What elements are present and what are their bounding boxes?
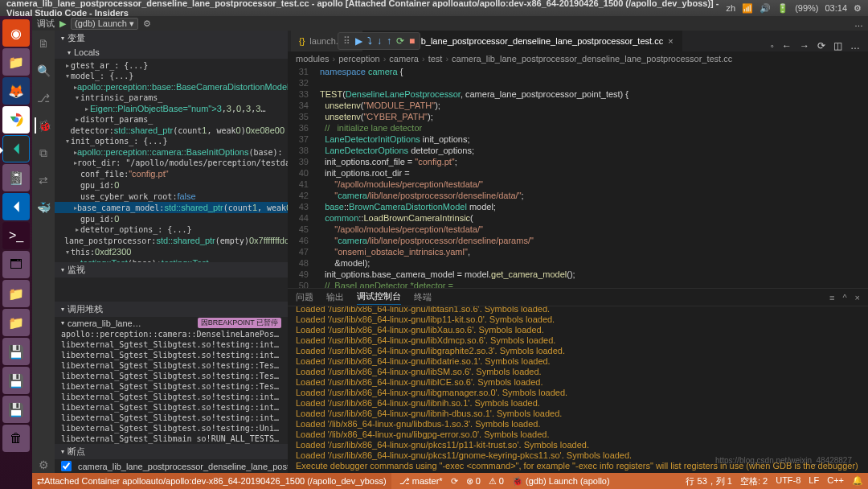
callstack-frame[interactable]: apollo::perception::camera::DenselineLan… <box>55 329 288 339</box>
scm-icon[interactable]: ⎇ <box>35 90 51 106</box>
code-line[interactable]: 33TEST(DenselineLanePostprocessor, camer… <box>288 88 868 100</box>
status-lang[interactable]: C++ <box>827 475 844 487</box>
toggle-breakpoints-icon[interactable]: ◦ <box>771 40 774 51</box>
code-line[interactable]: 32 <box>288 77 868 88</box>
status-debug[interactable]: 🐞 (gdb) Launch (apollo) <box>512 476 610 487</box>
variable-row[interactable]: ▸detetor_options_: {...} <box>55 224 288 235</box>
variable-row[interactable]: ▸base_camera_model: std::shared_ptr (cou… <box>55 202 288 213</box>
code-line[interactable]: 42 "camera/lib/lane/postprocessor/densel… <box>288 190 868 201</box>
callstack-frame[interactable]: libexternal_Sgtest_Slibgtest.so!testing:… <box>55 339 288 350</box>
explorer-icon[interactable]: 🗎 <box>35 35 51 51</box>
launcher-vscode-icon[interactable] <box>2 193 30 220</box>
launcher-disk-icon[interactable]: 💾 <box>2 338 30 365</box>
status-position[interactable]: 行 53，列 1 <box>686 475 731 487</box>
status-spaces[interactable]: 空格: 2 <box>740 475 768 487</box>
breadcrumb[interactable]: modules›perception›camera›test›camera_li… <box>288 51 868 66</box>
debug-gear-icon[interactable]: ⚙ <box>143 18 151 29</box>
status-eol[interactable]: LF <box>809 475 819 487</box>
code-line[interactable]: 37 LaneDetectorInitOptions init_options; <box>288 134 868 145</box>
callstack-frame[interactable]: libexternal_Sgtest_Slibgtest.so!testing:… <box>55 350 288 360</box>
code-line[interactable]: 35 unsetenv("CYBER_PATH"); <box>288 111 868 122</box>
breadcrumb-item[interactable]: test <box>428 54 443 64</box>
callstack-frame[interactable]: libexternal_Sgtest_Slibgtest.so!testing:… <box>55 413 288 423</box>
code-line[interactable]: 40 init_options.root_dir = <box>288 167 868 179</box>
more-icon[interactable]: … <box>850 40 860 51</box>
breadcrumb-item[interactable]: camera <box>389 54 419 64</box>
callstack-frame[interactable]: libexternal_Sgtest_Slibgtest.so!testing:… <box>55 402 288 413</box>
code-line[interactable]: 36 // initialize lane detector <box>288 122 868 134</box>
variable-row[interactable]: ▾intrinsic_params_ <box>55 92 288 103</box>
variable-row[interactable]: ▾init_options_: {...} <box>55 136 288 146</box>
variable-row[interactable]: ▸gtest_ar_: {...} <box>55 60 288 71</box>
code-line[interactable]: 50 // BaseLaneDetector *detector = <box>288 280 868 288</box>
variable-row[interactable]: ▸apollo::perception::base::BaseCameraDis… <box>55 81 288 92</box>
callstack-frame[interactable]: libexternal_Sgtest_Slibgtest.so!testing:… <box>55 423 288 434</box>
step-out-icon[interactable]: ↑ <box>387 35 391 47</box>
breakpoints-section[interactable]: ▾断点 <box>55 444 288 459</box>
power-icon[interactable]: ⚙ <box>854 3 862 14</box>
launcher-dash-icon[interactable]: ◉ <box>2 19 30 47</box>
docker-icon[interactable]: 🐳 <box>35 199 51 216</box>
wifi-icon[interactable]: 📶 <box>742 3 753 14</box>
variable-row[interactable]: lane_postprocessor: std::shared_ptr (emp… <box>55 235 288 246</box>
launcher-app-icon[interactable]: 📓 <box>2 164 30 191</box>
variable-row[interactable]: gpu_id: 0 <box>55 213 288 224</box>
launcher-folder1-icon[interactable]: 📁 <box>2 280 30 307</box>
breadcrumb-item[interactable]: modules <box>296 54 330 64</box>
battery-icon[interactable]: 🔋 <box>777 3 788 14</box>
panel-clear-icon[interactable]: ≡ <box>829 293 834 302</box>
stop-icon[interactable]: ■ <box>409 35 415 47</box>
breakpoint-item[interactable]: camera_lib_lane_postprocessor_denseline_… <box>55 459 288 473</box>
breadcrumb-item[interactable]: perception <box>338 54 379 64</box>
status-branch[interactable]: ⎇ master* <box>399 476 443 487</box>
panel-tab-problems[interactable]: 问题 <box>296 291 313 303</box>
variable-row[interactable]: conf_file: "config.pt" <box>55 168 288 179</box>
callstack-list[interactable]: apollo::perception::camera::DenselineLan… <box>55 329 288 444</box>
extensions-icon[interactable]: ⧉ <box>35 145 51 161</box>
step-into-icon[interactable]: ↓ <box>377 35 382 47</box>
close-icon[interactable]: × <box>668 36 673 46</box>
restart-icon[interactable]: ⟳ <box>396 35 404 47</box>
variable-row[interactable]: ▾this: 0xdf2300 <box>55 246 288 257</box>
variable-row[interactable]: ▸Eigen::PlainObjectBase="num">3, 3, 0, 3… <box>55 103 288 114</box>
remote-icon[interactable]: ⇄ <box>35 172 51 188</box>
variable-row[interactable]: detector: std::shared_ptr (count 1, weak… <box>55 125 288 136</box>
code-line[interactable]: 31namespace camera { <box>288 66 868 77</box>
code-line[interactable]: 41 "/apollo/modules/perception/testdata/… <box>288 179 868 190</box>
debug-console-output[interactable]: Loaded '/usr/lib/x86_64-linux-gnu/libogg… <box>288 306 868 473</box>
account-icon[interactable]: ⚙ <box>35 457 51 473</box>
status-bell-icon[interactable]: 🔔 <box>852 475 863 487</box>
locals-section[interactable]: ▾Locals <box>55 46 288 59</box>
callstack-frame[interactable]: libexternal_Sgtest_Slibmain so!RUN_ALL_T… <box>55 434 288 444</box>
callstack-frame[interactable]: libexternal_Sgtest_Slibgtest.so!testing:… <box>55 392 288 402</box>
launcher-trash-icon[interactable]: 🗑 <box>2 425 30 452</box>
variable-row[interactable]: ▾model_: {...} <box>55 71 288 81</box>
drag-handle-icon[interactable]: ⠿ <box>343 35 350 47</box>
launcher-chrome-icon[interactable] <box>2 106 30 134</box>
search-icon[interactable]: 🔍 <box>35 63 51 79</box>
status-remote[interactable]: ⇄ Attached Container apolloauto/apollo:d… <box>32 473 391 489</box>
callstack-frame[interactable]: libexternal_Sgtest_Slibgtest.so!testing:… <box>55 381 288 392</box>
launcher-files-icon[interactable]: 📁 <box>2 48 30 76</box>
variable-row[interactable]: use_cyber_work_root: false <box>55 191 288 202</box>
code-editor[interactable]: 31namespace camera {3233TEST(DenselineLa… <box>288 66 868 288</box>
status-errors[interactable]: ⊗ 0 <box>466 476 481 487</box>
callstack-section[interactable]: ▾调用堆栈 <box>55 302 288 317</box>
launcher-folder2-icon[interactable]: 📁 <box>2 309 30 336</box>
status-warnings[interactable]: ⚠ 0 <box>489 476 504 487</box>
code-line[interactable]: 44 common::LoadBrownCameraIntrinsic( <box>288 212 868 224</box>
variables-tree[interactable]: ▸gtest_ar_: {...}▾model_: {...}▸apollo::… <box>55 59 288 262</box>
watch-section[interactable]: ▾监视 <box>55 262 288 277</box>
panel-close-icon[interactable]: × <box>855 293 860 302</box>
debug-play-icon[interactable]: ▶ <box>59 18 66 29</box>
volume-icon[interactable]: 🔊 <box>760 3 771 14</box>
debug-config-select[interactable]: (gdb) Launch ▾ <box>71 18 138 30</box>
launcher-vscode-insiders-icon[interactable] <box>2 135 30 162</box>
launcher-disk3-icon[interactable]: 💾 <box>2 396 30 423</box>
callstack-frame[interactable]: libexternal_Sgtest_Slibgtest.so!testing:… <box>55 360 288 371</box>
toolbar-dots-icon[interactable]: … <box>854 18 863 28</box>
debug-floating-toolbar[interactable]: ⠿ ▶ ⤵ ↓ ↑ ⟳ ■ <box>338 32 420 50</box>
variable-row[interactable]: gpu_id: 0 <box>55 179 288 191</box>
status-sync[interactable]: ⟳ <box>451 476 458 487</box>
breadcrumb-item[interactable]: camera_lib_lane_postprocessor_denseline_… <box>452 54 732 64</box>
